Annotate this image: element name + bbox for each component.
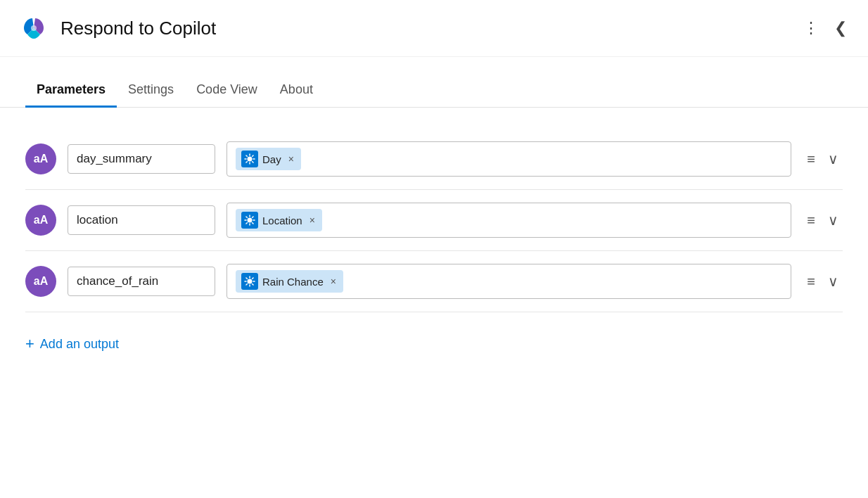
svg-line-9: [253, 155, 253, 156]
token-label-day: Day: [262, 153, 281, 165]
param-row-location: aA location Lo: [25, 190, 843, 251]
svg-line-18: [253, 217, 253, 217]
param-name-location[interactable]: location: [68, 205, 215, 235]
more-icon: ⋮: [803, 19, 819, 37]
svg-line-26: [253, 284, 253, 285]
hamburger-icon: ≡: [807, 212, 815, 229]
token-day: Day ×: [236, 148, 301, 170]
svg-line-17: [253, 223, 253, 224]
more-options-button[interactable]: ⋮: [799, 15, 823, 42]
token-rain: Rain Chance ×: [236, 270, 343, 293]
svg-line-19: [246, 223, 247, 224]
svg-point-11: [248, 218, 253, 223]
param-value-location[interactable]: Location ×: [226, 203, 791, 238]
svg-line-10: [246, 162, 247, 162]
token-icon-location: [241, 212, 258, 229]
svg-point-2: [248, 157, 253, 162]
row-actions-day-summary: ≡ ∨: [803, 148, 843, 170]
header-right: ⋮ ❮: [799, 15, 851, 42]
app-header: Respond to Copilot ⋮ ❮: [0, 0, 868, 57]
avatar-day-summary: aA: [25, 143, 56, 174]
chevron-down-icon: ∨: [828, 212, 838, 229]
row-actions-rain: ≡ ∨: [803, 270, 843, 293]
svg-line-7: [246, 155, 247, 156]
svg-line-25: [246, 278, 247, 279]
param-value-rain[interactable]: Rain Chance ×: [226, 264, 791, 299]
row-expand-rain[interactable]: ∨: [824, 270, 843, 293]
svg-line-28: [246, 284, 247, 285]
token-icon-day: [241, 151, 258, 167]
svg-line-27: [253, 278, 253, 279]
back-button[interactable]: ❮: [830, 15, 851, 42]
token-close-rain[interactable]: ×: [329, 276, 338, 286]
chevron-down-icon: ∨: [828, 151, 838, 167]
row-expand-day-summary[interactable]: ∨: [824, 148, 843, 170]
param-name-day-summary[interactable]: day_summary: [68, 144, 215, 174]
add-output-label: Add an output: [40, 337, 119, 352]
row-menu-day-summary[interactable]: ≡: [803, 148, 819, 170]
back-icon: ❮: [834, 19, 847, 37]
tab-code-view[interactable]: Code View: [185, 74, 269, 108]
hamburger-icon: ≡: [807, 274, 815, 290]
param-value-day-summary[interactable]: Day ×: [226, 141, 791, 177]
row-expand-location[interactable]: ∨: [824, 209, 843, 231]
token-icon-rain: [241, 273, 258, 290]
app-logo: [17, 11, 51, 45]
tab-settings[interactable]: Settings: [117, 74, 185, 108]
svg-point-1: [31, 25, 37, 31]
row-actions-location: ≡ ∨: [803, 209, 843, 231]
row-menu-rain[interactable]: ≡: [803, 271, 819, 293]
app-title: Respond to Copilot: [60, 18, 216, 39]
tab-parameters[interactable]: Parameters: [25, 74, 117, 108]
param-row-rain: aA chance_of_rain: [25, 251, 843, 312]
add-output-button[interactable]: + Add an output: [25, 332, 119, 356]
param-name-rain[interactable]: chance_of_rain: [68, 267, 215, 296]
row-menu-location[interactable]: ≡: [803, 210, 819, 231]
avatar-location: aA: [25, 205, 56, 236]
token-location: Location ×: [236, 209, 322, 231]
tab-bar: Parameters Settings Code View About: [0, 74, 868, 108]
header-left: Respond to Copilot: [17, 11, 216, 45]
main-content: aA day_summary: [0, 108, 868, 377]
plus-icon: +: [25, 335, 34, 353]
token-close-location[interactable]: ×: [308, 215, 317, 225]
token-close-day[interactable]: ×: [287, 154, 295, 164]
hamburger-icon: ≡: [807, 151, 815, 167]
svg-line-8: [253, 162, 253, 162]
token-label-location: Location: [262, 215, 302, 226]
avatar-rain: aA: [25, 266, 56, 297]
chevron-down-icon: ∨: [828, 273, 838, 290]
tab-about[interactable]: About: [269, 74, 324, 108]
svg-line-16: [246, 217, 247, 217]
param-row-day-summary: aA day_summary: [25, 129, 843, 190]
svg-point-20: [248, 279, 253, 284]
token-label-rain: Rain Chance: [262, 276, 324, 288]
